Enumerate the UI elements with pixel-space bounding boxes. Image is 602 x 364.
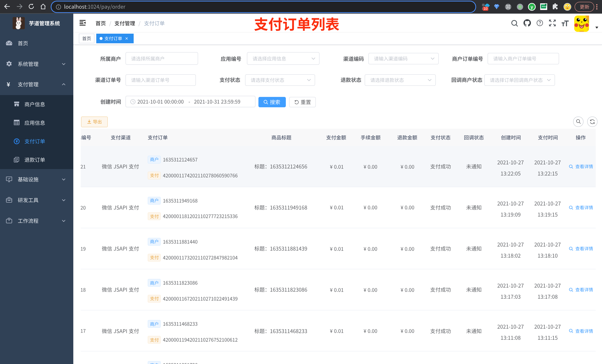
svg-text:10: 10 [484,7,487,10]
svg-text:y: y [531,4,533,10]
